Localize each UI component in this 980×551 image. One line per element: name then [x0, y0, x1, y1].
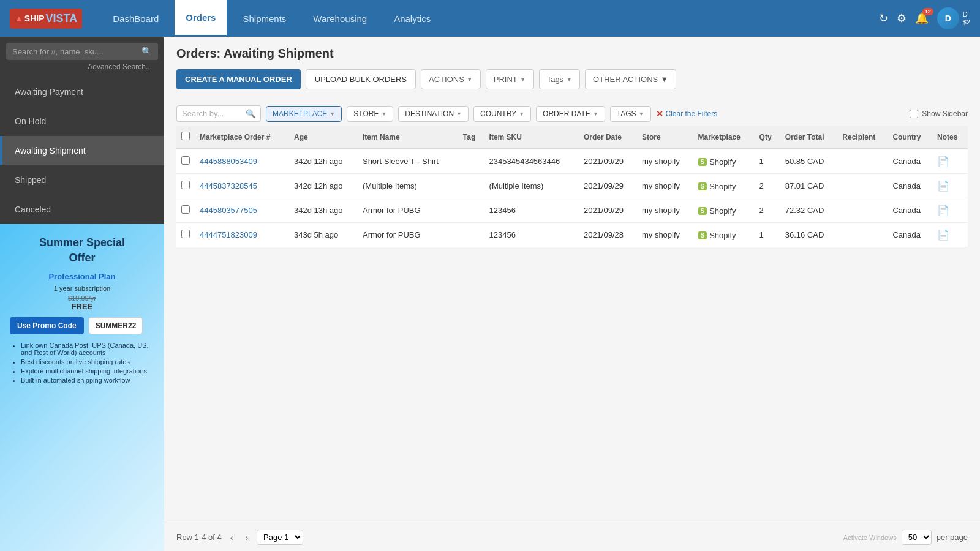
row-marketplace: S Shopify [693, 198, 755, 223]
row-country: Canada [888, 149, 932, 174]
nav-analytics[interactable]: Analytics [383, 0, 442, 37]
shopify-badge: S [698, 207, 707, 215]
next-page-button[interactable]: › [241, 531, 252, 544]
row-notes[interactable]: 📄 [932, 174, 968, 198]
shopify-icon: S Shopify [698, 206, 736, 216]
row-total: 36.16 CAD [780, 223, 838, 247]
row-checkbox[interactable] [181, 205, 190, 214]
note-icon[interactable]: 📄 [937, 205, 949, 216]
create-manual-order-button[interactable]: CREATE A MANUAL ORDER [176, 69, 301, 89]
col-recipient: Recipient [837, 126, 888, 149]
row-checkbox[interactable] [181, 156, 190, 165]
sidebar-item-canceled[interactable]: Canceled [0, 195, 164, 224]
sidebar-item-shipped[interactable]: Shipped [0, 165, 164, 195]
top-nav: ▲ SHIPVISTA DashBoard Orders Shipments W… [0, 0, 980, 37]
col-item-name: Item Name [358, 126, 458, 149]
print-button[interactable]: PRINT ▼ [486, 69, 534, 89]
order-id-link[interactable]: 4445803577505 [200, 206, 257, 215]
advanced-search-link[interactable]: Advanced Search... [6, 60, 158, 73]
use-promo-button[interactable]: Use Promo Code [10, 317, 84, 334]
nav-shipments[interactable]: Shipments [232, 0, 297, 37]
row-checkbox[interactable] [181, 230, 190, 238]
note-icon[interactable]: 📄 [937, 181, 949, 191]
destination-filter-button[interactable]: DESTINATION ▼ [398, 106, 469, 122]
clear-x-icon: ✕ [656, 109, 663, 119]
print-chevron-icon: ▼ [520, 76, 526, 83]
per-page-label: per page [937, 533, 968, 542]
shopify-badge: S [698, 231, 707, 239]
filter-search-icon[interactable]: 🔍 [246, 109, 255, 118]
row-checkbox-cell[interactable] [176, 198, 195, 223]
table-row: 4445803577505 342d 13h ago Armor for PUB… [176, 198, 968, 223]
row-tag [458, 223, 484, 247]
nav-orders[interactable]: Orders [175, 0, 227, 37]
row-notes[interactable]: 📄 [932, 223, 968, 247]
sidebar-item-on-hold[interactable]: On Hold [0, 107, 164, 136]
row-marketplace: S Shopify [693, 149, 755, 174]
note-icon[interactable]: 📄 [937, 230, 949, 240]
promo-btn-row: Use Promo Code SUMMER22 [10, 317, 154, 334]
row-country: Canada [888, 198, 932, 223]
actions-button[interactable]: ACTIONS ▼ [421, 69, 481, 89]
sidebar-item-awaiting-shipment[interactable]: Awaiting Shipment [0, 136, 164, 165]
user-area[interactable]: D D $2 [937, 7, 970, 29]
note-icon[interactable]: 📄 [937, 156, 949, 167]
row-item-name: Armor for PUBG [358, 223, 458, 247]
row-checkbox-cell[interactable] [176, 149, 195, 174]
row-item-name: Short Sleeve T - Shirt [358, 149, 458, 174]
filter-search-input[interactable] [182, 109, 243, 118]
store-filter-button[interactable]: STORE ▼ [347, 106, 393, 122]
order-id-link[interactable]: 4444751823009 [200, 230, 257, 239]
row-item-name: Armor for PUBG [358, 198, 458, 223]
row-notes[interactable]: 📄 [932, 149, 968, 174]
row-order-id: 4445803577505 [195, 198, 289, 223]
sidebar-item-awaiting-payment[interactable]: Awaiting Payment [0, 77, 164, 107]
tags-filter-chevron-icon: ▼ [639, 111, 644, 117]
other-actions-button[interactable]: OTHER ACTIONS ▼ [585, 69, 676, 89]
select-all-header[interactable] [176, 126, 195, 149]
settings-icon[interactable]: ⚙ [897, 12, 907, 25]
row-recipient [837, 149, 888, 174]
row-sku: 123456 [484, 223, 579, 247]
row-total: 50.85 CAD [780, 149, 838, 174]
row-recipient [837, 174, 888, 198]
layout: 🔍 Advanced Search... Awaiting Payment On… [0, 37, 980, 551]
row-age: 342d 13h ago [289, 198, 358, 223]
nav-dashboard[interactable]: DashBoard [102, 0, 170, 37]
country-filter-button[interactable]: COUNTRY ▼ [473, 106, 531, 122]
search-input[interactable] [12, 47, 138, 56]
row-qty: 2 [755, 174, 780, 198]
row-checkbox-cell[interactable] [176, 223, 195, 247]
nav-warehousing[interactable]: Warehousing [302, 0, 378, 37]
notification-icon[interactable]: 🔔 12 [915, 12, 929, 25]
prev-page-button[interactable]: ‹ [227, 531, 237, 544]
logo[interactable]: ▲ SHIPVISTA [10, 9, 85, 29]
row-total: 72.32 CAD [780, 198, 838, 223]
order-id-link[interactable]: 4445837328545 [200, 181, 257, 190]
tags-button[interactable]: Tags ▼ [539, 69, 580, 89]
row-checkbox-cell[interactable] [176, 174, 195, 198]
col-country: Country [888, 126, 932, 149]
order-id-link[interactable]: 4445888053409 [200, 157, 257, 166]
search-icon[interactable]: 🔍 [141, 47, 152, 56]
row-checkbox[interactable] [181, 181, 190, 189]
row-notes[interactable]: 📄 [932, 198, 968, 223]
per-page-select[interactable]: 50 [902, 530, 932, 545]
order-date-filter-button[interactable]: ORDER DATE ▼ [536, 106, 605, 122]
row-order-date: 2021/09/29 [579, 174, 637, 198]
table-row: 4445837328545 342d 12h ago (Multiple Ite… [176, 174, 968, 198]
promo-bullets: Link own Canada Post, UPS (Canada, US, a… [10, 342, 154, 384]
col-store: Store [637, 126, 693, 149]
page-select[interactable]: Page 1 [257, 530, 303, 545]
tags-filter-button[interactable]: TAGS ▼ [610, 106, 651, 122]
show-sidebar-checkbox[interactable] [910, 110, 918, 118]
pagination-bar: Row 1-4 of 4 ‹ › Page 1 Activate Windows… [164, 523, 980, 551]
clear-filters-link[interactable]: ✕ Clear the Filters [656, 109, 718, 119]
row-order-id: 4445837328545 [195, 174, 289, 198]
select-all-checkbox[interactable] [181, 132, 190, 140]
upload-bulk-orders-button[interactable]: UPLOAD BULK ORDERS [306, 69, 416, 89]
row-store: my shopify [637, 174, 693, 198]
refresh-icon[interactable]: ↻ [879, 12, 888, 25]
row-store: my shopify [637, 149, 693, 174]
marketplace-filter-button[interactable]: MARKETPLACE ▼ [266, 106, 342, 122]
